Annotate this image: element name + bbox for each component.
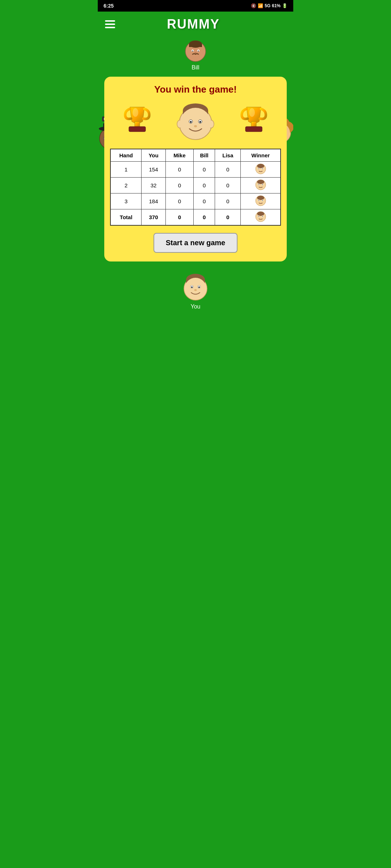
- svg-point-68: [258, 216, 259, 217]
- svg-point-63: [262, 200, 263, 201]
- cell-hand-2: 2: [110, 178, 142, 193]
- win-message: You win the game!: [110, 84, 281, 95]
- game-area: Bill DEALER Mike: [98, 37, 293, 435]
- player-bottom: You: [98, 272, 293, 310]
- player-top: Bill: [98, 41, 293, 71]
- svg-point-45: [249, 108, 255, 117]
- col-bill: Bill: [194, 149, 215, 162]
- cell-winner-3: [241, 193, 281, 209]
- svg-point-56: [258, 184, 259, 185]
- trophy-row: [110, 102, 281, 141]
- table-row: 3 184 0 0 0: [110, 193, 281, 209]
- svg-point-47: [257, 164, 264, 168]
- menu-button[interactable]: [105, 20, 115, 28]
- cell-bill-2: 0: [194, 178, 215, 193]
- signal-text: 5G: [265, 3, 270, 8]
- svg-point-40: [190, 121, 192, 123]
- cell-mike-3: 0: [165, 193, 193, 209]
- table-row: 1 154 0 0 0: [110, 162, 281, 178]
- player-top-label: Bill: [192, 64, 199, 71]
- svg-point-31: [133, 108, 138, 117]
- cell-total-bill: 0: [194, 209, 215, 226]
- cell-total-you: 370: [142, 209, 165, 226]
- col-lisa: Lisa: [215, 149, 241, 162]
- game-panel: You win the game!: [104, 77, 287, 261]
- svg-point-7: [194, 52, 197, 54]
- svg-point-62: [258, 200, 259, 201]
- trophy-right: [237, 103, 270, 140]
- cell-mike-2: 0: [165, 178, 193, 193]
- table-row-total: Total 370 0 0 0: [110, 209, 281, 226]
- score-table: Hand You Mike Bill Lisa Winner 1 154 0 0…: [110, 149, 281, 226]
- svg-point-41: [199, 121, 201, 123]
- svg-point-73: [185, 278, 206, 299]
- cell-hand-3: 3: [110, 193, 142, 209]
- svg-point-78: [194, 289, 197, 291]
- avatar-you: [181, 272, 210, 301]
- svg-point-42: [194, 125, 197, 127]
- battery-icon: 🔋: [282, 3, 287, 8]
- cell-total-winner: [241, 209, 281, 226]
- svg-rect-30: [129, 127, 146, 132]
- cell-total-lisa: 0: [215, 209, 241, 226]
- cell-total-label: Total: [110, 209, 142, 226]
- cell-you-3: 184: [142, 193, 165, 209]
- col-hand: Hand: [110, 149, 142, 162]
- svg-point-50: [258, 169, 259, 169]
- svg-point-59: [257, 196, 264, 200]
- status-icons: 🔇 📶 5G 61% 🔋: [251, 3, 287, 8]
- status-bar: 6:25 🔇 📶 5G 61% 🔋: [98, 0, 293, 12]
- start-new-game-button[interactable]: Start a new game: [154, 233, 238, 253]
- status-time: 6:25: [104, 3, 114, 9]
- cell-lisa-3: 0: [215, 193, 241, 209]
- col-mike: Mike: [165, 149, 193, 162]
- svg-point-65: [257, 212, 264, 216]
- cell-mike-1: 0: [165, 162, 193, 178]
- svg-point-53: [257, 180, 264, 184]
- svg-point-51: [262, 169, 263, 169]
- svg-point-69: [262, 216, 263, 217]
- avatar-bill: [185, 41, 206, 62]
- svg-rect-43: [251, 122, 256, 127]
- app-title: RUMMY: [115, 17, 272, 32]
- cell-you-1: 154: [142, 162, 165, 178]
- svg-point-37: [180, 108, 211, 139]
- battery-text: 61%: [272, 3, 281, 8]
- cell-you-2: 32: [142, 178, 165, 193]
- cell-lisa-2: 0: [215, 178, 241, 193]
- header: RUMMY: [98, 12, 293, 37]
- cell-total-mike: 0: [165, 209, 193, 226]
- cell-bill-3: 0: [194, 193, 215, 209]
- col-winner: Winner: [241, 149, 281, 162]
- cell-winner-2: [241, 178, 281, 193]
- cell-lisa-1: 0: [215, 162, 241, 178]
- svg-point-5: [192, 51, 193, 52]
- player-bottom-label: You: [191, 303, 201, 310]
- table-row: 2 32 0 0 0: [110, 178, 281, 193]
- svg-rect-2: [189, 44, 202, 47]
- svg-point-57: [262, 184, 263, 185]
- svg-rect-29: [135, 122, 140, 127]
- svg-point-6: [198, 51, 199, 52]
- svg-point-76: [191, 286, 193, 288]
- svg-rect-44: [245, 127, 262, 132]
- cell-winner-1: [241, 162, 281, 178]
- cell-hand-1: 1: [110, 162, 142, 178]
- wifi-icon: 📶: [258, 3, 263, 8]
- mute-icon: 🔇: [251, 3, 256, 8]
- svg-point-77: [198, 286, 200, 288]
- col-you: You: [142, 149, 165, 162]
- trophy-left: [121, 103, 154, 140]
- winner-face: [176, 102, 215, 141]
- cell-bill-1: 0: [194, 162, 215, 178]
